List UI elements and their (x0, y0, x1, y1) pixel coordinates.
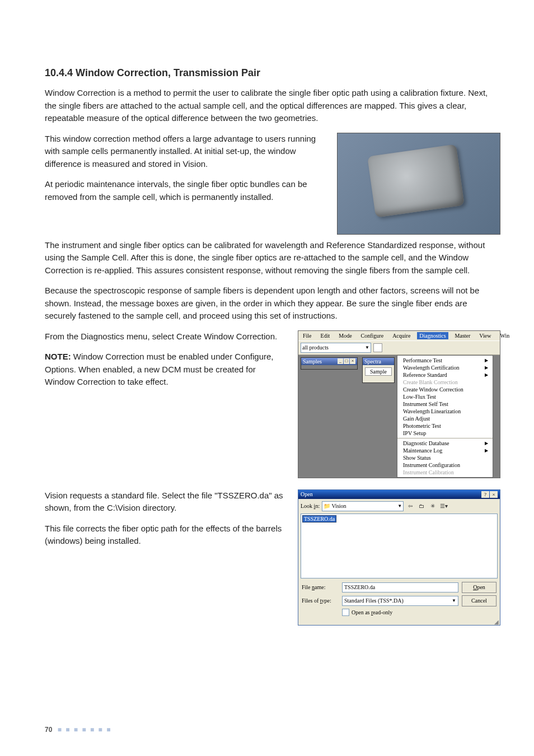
menubar-item[interactable]: Master (453, 332, 473, 339)
menu-item[interactable]: Gain Adjust (397, 415, 493, 422)
menu-item[interactable]: Wavelength Certification▶ (397, 364, 493, 371)
paragraph: The instrument and single fiber optics c… (45, 239, 500, 277)
filetype-label: Files of type: (302, 598, 339, 604)
menubar-item[interactable]: Mode (336, 332, 354, 339)
menu-item[interactable]: Photometric Test (397, 422, 493, 430)
menu-item[interactable]: Diagnostic Database▶ (397, 440, 493, 447)
note-label: NOTE: (45, 352, 71, 361)
filename-input[interactable]: TSSZERO.da (342, 582, 458, 592)
product-combo-value: all products (302, 344, 329, 351)
open-dialog: Open ? × Look in: 📁 Vision ▼ ⇦ 🗀 ✳ ☰▾ (298, 489, 500, 626)
menu-item[interactable]: Maintenance Log▶ (397, 447, 493, 454)
paragraph: This file corrects the fiber optic path … (45, 522, 287, 548)
filetype-value: Standard Files (TSS*.DA) (344, 596, 404, 605)
mdi-window-title: Samples (303, 358, 322, 365)
close-icon[interactable]: × (350, 358, 355, 364)
menubar-item[interactable]: Win (498, 332, 512, 339)
menu-item: Create Blank Correction (397, 379, 493, 386)
minimize-icon[interactable]: _ (338, 358, 343, 364)
chevron-right-icon: ▶ (485, 448, 488, 453)
menubar-item[interactable]: Acquire (390, 332, 413, 339)
menubar-item[interactable]: File (301, 332, 314, 339)
up-folder-icon[interactable]: 🗀 (417, 502, 426, 511)
note-body: Window Correction must be enabled under … (45, 352, 274, 386)
product-combo[interactable]: all products ▼ (301, 343, 371, 353)
menu-item[interactable]: Performance Test▶ (397, 357, 493, 364)
paragraph: This window correction method offers a l… (45, 133, 326, 171)
dialog-title: Open (301, 491, 313, 497)
paragraph: Vision requests a standard file. Select … (45, 489, 287, 515)
menubar-item[interactable]: Configure (359, 332, 386, 339)
diagnostics-dropdown: Performance Test▶Wavelength Certificatio… (397, 355, 493, 478)
menubar: FileEditModeConfigureAcquireDiagnosticsM… (298, 331, 500, 340)
resize-grip-icon[interactable]: ◢ (298, 620, 500, 625)
diagnostics-menu-screenshot: FileEditModeConfigureAcquireDiagnosticsM… (298, 330, 500, 478)
lookin-label: Look in: (301, 503, 320, 509)
menu-item[interactable]: Show Status (397, 454, 493, 461)
menubar-item[interactable]: View (477, 332, 493, 339)
readonly-checkbox[interactable] (342, 609, 349, 616)
menu-item[interactable]: Instrument Self Test (397, 400, 493, 408)
menu-item[interactable]: IPV Setup (397, 430, 493, 437)
filename-label: File name: (302, 584, 339, 590)
chevron-right-icon: ▶ (485, 358, 488, 363)
chevron-down-icon: ▼ (365, 345, 369, 350)
page-footer: 70 ■ ■ ■ ■ ■ ■ ■ (45, 726, 111, 734)
new-doc-icon[interactable] (373, 343, 382, 352)
new-folder-icon[interactable]: ✳ (428, 502, 437, 511)
paragraph: At periodic maintenance intervals, the s… (45, 178, 326, 203)
open-button[interactable]: Open (462, 582, 496, 593)
menu-item[interactable]: Wavelength Linearization (397, 408, 493, 415)
mdi-window-spectra: Spectra Sample (362, 357, 395, 383)
sample-cell-photo (337, 133, 500, 235)
view-menu-icon[interactable]: ☰▾ (439, 502, 448, 511)
chevron-down-icon: ▼ (452, 596, 456, 605)
back-icon[interactable]: ⇦ (406, 502, 415, 511)
page-number: 70 (45, 726, 52, 734)
note-paragraph: NOTE: Window Correction must be enabled … (45, 351, 287, 389)
menu-item[interactable]: Instrument Configuration (397, 461, 493, 469)
paragraph: Window Correction is a method to permit … (45, 87, 500, 125)
filetype-select[interactable]: Standard Files (TSS*.DA) ▼ (342, 596, 458, 606)
file-item[interactable]: TSSZERO.da (302, 515, 336, 522)
spectra-sample-tab[interactable]: Sample (365, 367, 392, 376)
folder-icon: 📁 (324, 503, 330, 509)
maximize-icon[interactable]: □ (344, 358, 349, 364)
chevron-right-icon: ▶ (485, 441, 488, 446)
menu-item: Instrument Calibration (397, 469, 493, 476)
mdi-window-title: Spectra (364, 358, 381, 365)
lookin-combo[interactable]: 📁 Vision ▼ (322, 501, 404, 511)
section-heading: 10.4.4 Window Correction, Transmission P… (45, 67, 500, 79)
close-icon[interactable]: × (490, 491, 498, 498)
chevron-right-icon: ▶ (485, 372, 488, 377)
menubar-item[interactable]: Diagnostics (417, 332, 448, 339)
readonly-label: Open as read-only (352, 609, 392, 615)
menu-item[interactable]: Reference Standard▶ (397, 371, 493, 379)
toolbar: all products ▼ (298, 340, 500, 355)
chevron-down-icon: ▼ (397, 503, 402, 508)
footer-dots: ■ ■ ■ ■ ■ ■ ■ (58, 726, 112, 734)
help-icon[interactable]: ? (481, 491, 489, 498)
mdi-window-samples: Samples _□× (301, 357, 358, 370)
menubar-item[interactable]: Edit (318, 332, 332, 339)
file-list[interactable]: TSSZERO.da (301, 514, 498, 578)
chevron-right-icon: ▶ (485, 365, 488, 370)
paragraph: From the Diagnostics menu, select Create… (45, 330, 287, 343)
lookin-value: Vision (332, 503, 346, 509)
menu-item[interactable]: Create Window Correction (397, 386, 493, 393)
cancel-button[interactable]: Cancel (462, 595, 496, 606)
menu-item[interactable]: Low-Flux Test (397, 393, 493, 400)
paragraph: Because the spectroscopic response of sa… (45, 284, 500, 323)
